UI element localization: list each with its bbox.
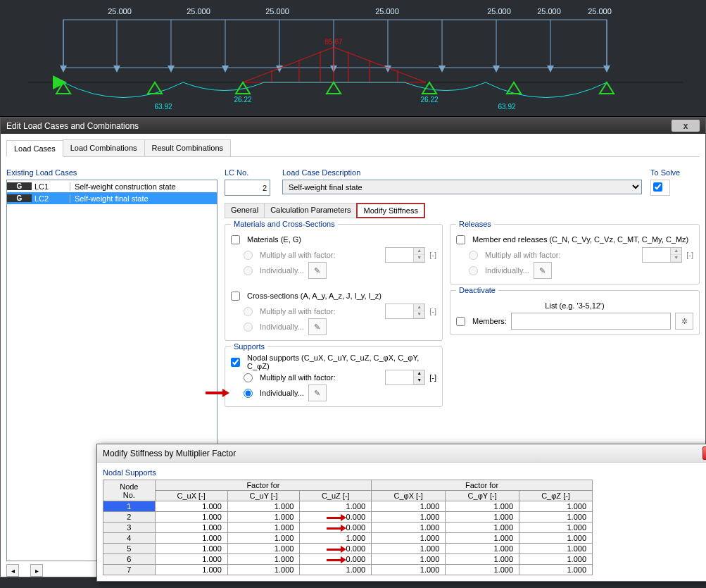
- cross-sections-checkbox[interactable]: [231, 292, 240, 301]
- table-row[interactable]: 31.0001.0000.0001.0001.0001.000: [103, 523, 707, 533]
- pick-icon[interactable]: ✲: [675, 313, 693, 330]
- close-icon[interactable]: x: [672, 120, 700, 132]
- factor-cell[interactable]: 1.000: [300, 501, 372, 512]
- factor-cell[interactable]: 0.000: [300, 523, 372, 533]
- factor-cell[interactable]: 1.000: [227, 544, 300, 554]
- tab-modify-stiffness[interactable]: Modify Stiffness: [356, 203, 424, 218]
- node-no-cell[interactable]: 5: [103, 544, 156, 554]
- materials-checkbox[interactable]: [231, 235, 240, 244]
- svg-marker-39: [327, 82, 341, 94]
- list-item[interactable]: G LC2 Self-weight final state: [7, 192, 217, 204]
- node-no-cell[interactable]: 7: [103, 565, 156, 575]
- mult-label: Multiply all with factor:: [260, 251, 336, 259]
- node-no-cell[interactable]: 6: [103, 554, 156, 565]
- nodal-supports-table[interactable]: NodeNo. Factor for Factor for C_uX [-] C…: [103, 480, 706, 575]
- factor-cell[interactable]: 0.000: [300, 512, 372, 523]
- lc-tag: G: [7, 194, 32, 202]
- table-row[interactable]: 41.0001.0001.0001.0001.0001.000: [103, 533, 707, 544]
- supports-indiv-radio[interactable]: [244, 389, 253, 398]
- scroll-left-icon[interactable]: ◂: [6, 564, 19, 577]
- svg-marker-24: [243, 47, 426, 82]
- factor-cell[interactable]: 1.000: [227, 512, 300, 523]
- cross-sections-label: Cross-sections (A, A_y, A_z, J, I_y, I_z…: [247, 292, 382, 300]
- factor-cell[interactable]: 1.000: [155, 544, 227, 554]
- lc-no-input[interactable]: [225, 180, 270, 196]
- factor-cell[interactable]: 1.000: [155, 565, 227, 575]
- factor-cell[interactable]: 1.000: [519, 544, 593, 554]
- table-row[interactable]: 61.0001.0000.0001.0001.0001.000: [103, 554, 707, 565]
- tab-general[interactable]: General: [225, 203, 265, 218]
- deactivate-members-checkbox[interactable]: [456, 317, 465, 326]
- factor-cell[interactable]: 1.000: [155, 554, 227, 565]
- load-label: 25.000: [265, 7, 289, 15]
- factor-cell[interactable]: 1.000: [446, 565, 519, 575]
- dialog-titlebar[interactable]: Edit Load Cases and Combinations x: [1, 118, 705, 134]
- subdialog-titlebar[interactable]: Modify Stiffness by Multiplier Factor ✕: [97, 444, 706, 463]
- factor-cell[interactable]: 1.000: [372, 523, 446, 533]
- factor-cell[interactable]: 1.000: [227, 501, 300, 512]
- lc-desc-select[interactable]: Self-weight final state: [282, 180, 642, 194]
- subdialog-title: Modify Stiffness by Multiplier Factor: [103, 449, 236, 458]
- factor-cell[interactable]: 1.000: [519, 565, 593, 575]
- factor-cell[interactable]: 1.000: [300, 565, 372, 575]
- tab-result-combinations[interactable]: Result Combinations: [144, 139, 232, 156]
- cross-indiv-radio: [244, 323, 253, 332]
- factor-cell[interactable]: 1.000: [372, 533, 446, 544]
- factor-cell[interactable]: 1.000: [227, 554, 300, 565]
- list-item[interactable]: G LC1 Self-weight construction state: [7, 180, 217, 192]
- factor-cell[interactable]: 1.000: [227, 523, 300, 533]
- edit-icon[interactable]: ✎: [308, 384, 327, 401]
- lc-tag: G: [7, 182, 32, 190]
- tab-load-combinations[interactable]: Load Combinations: [63, 139, 145, 156]
- factor-cell[interactable]: 1.000: [155, 512, 227, 523]
- factor-cell[interactable]: 1.000: [155, 501, 227, 512]
- factor-cell[interactable]: 1.000: [519, 533, 593, 544]
- factor-cell[interactable]: 1.000: [519, 501, 593, 512]
- supports-title: Supports: [231, 342, 267, 351]
- supports-mult-radio[interactable]: [244, 373, 253, 382]
- tab-calc-params[interactable]: Calculation Parameters: [264, 203, 357, 218]
- table-row[interactable]: 11.0001.0001.0001.0001.0001.000: [103, 501, 707, 512]
- materials-group: Materials and Cross-Sections Materials (…: [225, 224, 443, 341]
- factor-cell[interactable]: 1.000: [519, 512, 593, 523]
- factor-cell[interactable]: 1.000: [227, 533, 300, 544]
- factor-cell[interactable]: 1.000: [446, 554, 519, 565]
- factor-cell[interactable]: 1.000: [372, 554, 446, 565]
- node-no-cell[interactable]: 4: [103, 533, 156, 544]
- mult-label: Multiply all with factor:: [260, 307, 336, 315]
- nodal-supports-checkbox[interactable]: [231, 358, 240, 367]
- factor-cell[interactable]: 1.000: [446, 533, 519, 544]
- factor-cell[interactable]: 1.000: [155, 533, 227, 544]
- table-row[interactable]: 51.0001.0000.0001.0001.0001.000: [103, 544, 707, 554]
- factor-cell[interactable]: 0.000: [300, 544, 372, 554]
- factor-cell[interactable]: 1.000: [300, 533, 372, 544]
- factor-cell[interactable]: 1.000: [446, 512, 519, 523]
- factor-cell[interactable]: 1.000: [227, 565, 300, 575]
- factor-cell[interactable]: 1.000: [519, 554, 593, 565]
- table-row[interactable]: 71.0001.0001.0001.0001.0001.000: [103, 565, 707, 575]
- factor-cell[interactable]: 1.000: [155, 523, 227, 533]
- node-no-cell[interactable]: 1: [103, 501, 156, 512]
- node-no-cell[interactable]: 3: [103, 523, 156, 533]
- factor-cell[interactable]: 1.000: [446, 544, 519, 554]
- tab-load-cases[interactable]: Load Cases: [6, 140, 63, 157]
- releases-group: Releases Member end releases (C_N, C_Vy,…: [450, 224, 700, 284]
- factor-cell[interactable]: 1.000: [372, 501, 446, 512]
- factor-cell[interactable]: 1.000: [446, 523, 519, 533]
- factor-cell[interactable]: 1.000: [519, 523, 593, 533]
- factor-cell[interactable]: 1.000: [372, 512, 446, 523]
- supports-factor-input[interactable]: ▲▼: [385, 370, 425, 385]
- to-solve-checkbox[interactable]: [653, 182, 662, 192]
- members-list-input[interactable]: [511, 313, 671, 330]
- svg-marker-19: [439, 65, 446, 73]
- close-icon[interactable]: ✕: [702, 446, 706, 460]
- node-no-cell[interactable]: 2: [103, 512, 156, 523]
- factor-cell[interactable]: 1.000: [372, 544, 446, 554]
- factor-cell[interactable]: 1.000: [446, 501, 519, 512]
- scroll-right-icon[interactable]: ▸: [30, 564, 43, 577]
- factor-cell[interactable]: 1.000: [372, 565, 446, 575]
- member-end-releases-checkbox[interactable]: [456, 235, 465, 244]
- factor-cell[interactable]: 0.000: [300, 554, 372, 565]
- indiv-label: Individually...: [260, 266, 304, 275]
- table-row[interactable]: 21.0001.0000.0001.0001.0001.000: [103, 512, 707, 523]
